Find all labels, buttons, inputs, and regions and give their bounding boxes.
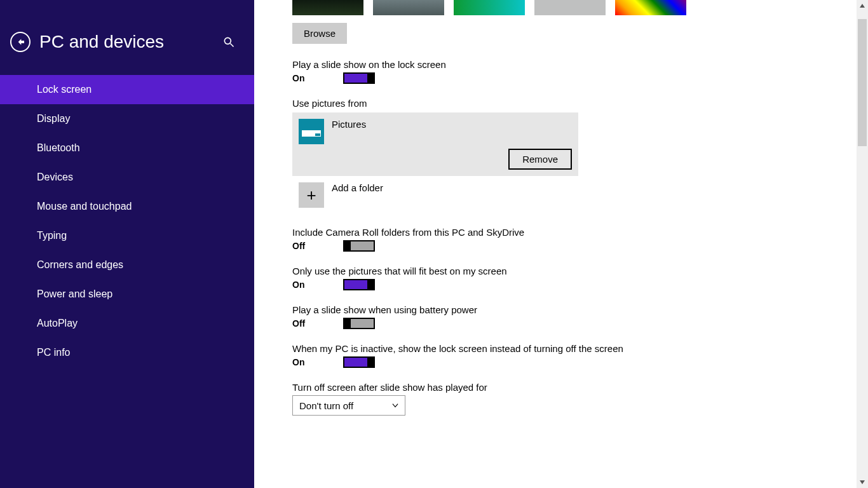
nav-item-autoplay[interactable]: AutoPlay [0,309,254,338]
scroll-up-arrow[interactable] [857,0,868,11]
toggle-row: Off [292,318,830,329]
toggle-slideshow[interactable] [343,72,375,84]
nav-list: Lock screen Display Bluetooth Devices Mo… [0,75,254,367]
scrollbar-thumb[interactable] [858,19,867,146]
lockscreen-thumb-2[interactable] [373,0,444,15]
toggle-battery[interactable] [343,318,375,329]
browse-button[interactable]: Browse [292,23,347,44]
toggle-row: On [292,356,830,368]
search-button[interactable] [222,36,235,48]
sidebar-title: PC and devices [39,32,222,52]
nav-item-lock-screen[interactable]: Lock screen [0,75,254,104]
plus-icon: + [306,186,316,205]
setting-inactive: When my PC is inactive, show the lock sc… [292,343,830,368]
setting-fit-best: Only use the pictures that will fit best… [292,266,830,290]
toggle-row: Off [292,240,830,252]
setting-label: When my PC is inactive, show the lock sc… [292,343,830,354]
add-folder-row: + Add a folder [292,182,830,208]
lockscreen-thumb-5[interactable] [615,0,686,15]
add-folder-button[interactable]: + [299,182,324,208]
triangle-down-icon [859,479,865,485]
thumbnail-row [292,0,830,15]
back-button[interactable] [10,32,31,52]
toggle-state: On [292,280,343,290]
chevron-down-icon [391,401,400,410]
svg-point-0 [224,37,231,44]
scroll-down-arrow[interactable] [857,477,868,488]
nav-item-display[interactable]: Display [0,104,254,133]
toggle-inactive[interactable] [343,356,375,368]
sidebar-header: PC and devices [0,0,254,75]
svg-marker-2 [860,4,865,8]
setting-label: Play a slide show on the lock screen [292,59,830,70]
toggle-state: On [292,357,343,367]
sidebar: PC and devices Lock screen Display Bluet… [0,0,254,488]
add-folder-label: Add a folder [332,182,383,193]
lockscreen-thumb-3[interactable] [454,0,525,15]
toggle-state: Off [292,241,343,251]
svg-marker-3 [860,480,865,484]
folder-selection-box: Pictures Remove [292,112,578,176]
setting-slideshow: Play a slide show on the lock screen On [292,59,830,84]
setting-label: Only use the pictures that will fit best… [292,266,830,276]
setting-turn-off: Turn off screen after slide show has pla… [292,382,830,416]
nav-item-pc-info[interactable]: PC info [0,338,254,367]
toggle-camera-roll[interactable] [343,240,375,252]
svg-line-1 [231,44,234,47]
folder-icon [299,119,324,144]
toggle-state: On [292,73,343,83]
toggle-fit-best[interactable] [343,279,375,290]
folder-name: Pictures [332,119,366,130]
lockscreen-thumb-4[interactable] [534,0,606,15]
nav-item-bluetooth[interactable]: Bluetooth [0,133,254,163]
setting-battery: Play a slide show when using battery pow… [292,304,830,329]
setting-label: Play a slide show when using battery pow… [292,304,830,315]
nav-item-typing[interactable]: Typing [0,221,254,250]
use-from-label: Use pictures from [292,98,830,109]
select-value: Don't turn off [299,400,353,411]
setting-camera-roll: Include Camera Roll folders from this PC… [292,227,830,252]
nav-item-devices[interactable]: Devices [0,163,254,192]
setting-label: Turn off screen after slide show has pla… [292,382,830,393]
nav-item-power-sleep[interactable]: Power and sleep [0,280,254,309]
search-icon [222,36,235,48]
toggle-state: Off [292,318,343,329]
setting-label: Include Camera Roll folders from this PC… [292,227,830,238]
nav-item-mouse-touchpad[interactable]: Mouse and touchpad [0,192,254,221]
nav-item-corners-edges[interactable]: Corners and edges [0,250,254,280]
remove-button[interactable]: Remove [508,149,572,170]
turn-off-select[interactable]: Don't turn off [292,395,405,416]
arrow-left-icon [15,37,25,47]
vertical-scrollbar[interactable] [857,0,868,488]
lockscreen-thumb-1[interactable] [292,0,363,15]
toggle-row: On [292,72,830,84]
main-content: Browse Play a slide show on the lock scr… [254,0,868,488]
toggle-row: On [292,279,830,290]
triangle-up-icon [859,3,865,9]
settings-window: PC and devices Lock screen Display Bluet… [0,0,868,488]
